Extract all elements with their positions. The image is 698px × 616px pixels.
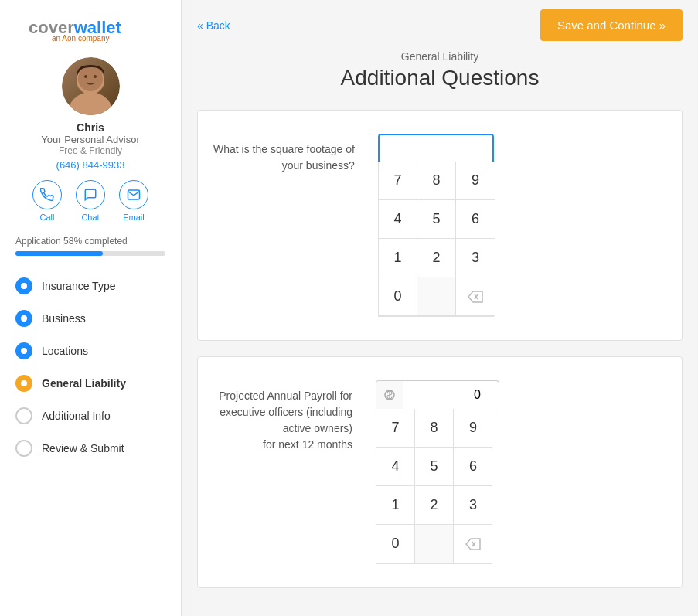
key-4-ap[interactable]: 4 — [376, 448, 415, 486]
key-5-sq[interactable]: 5 — [417, 200, 456, 239]
sidebar: coverwallet an Aon company Chris Your Pe… — [0, 0, 182, 616]
annual-payroll-label: Projected Annual Payroll forexecutive of… — [213, 380, 352, 453]
square-footage-label: What is the square footage ofyour busine… — [213, 134, 355, 174]
nav-locations[interactable]: Locations — [12, 335, 169, 367]
nav-dot-insurance-type — [15, 277, 32, 294]
nav-label-business: Business — [42, 312, 86, 325]
svg-point-6 — [94, 75, 97, 78]
advisor-phone[interactable]: (646) 844-9933 — [56, 159, 125, 171]
square-footage-keypad: 7 8 9 4 5 6 1 2 3 0 — [378, 134, 494, 317]
top-bar: « Back Save and Continue » — [182, 0, 698, 50]
contact-icons: Call Chat Email — [32, 180, 148, 222]
logo: coverwallet an Aon company — [29, 12, 152, 46]
nav-label-general-liability: General Liability — [42, 377, 126, 390]
key-2-ap[interactable]: 2 — [415, 486, 454, 525]
key-4-sq[interactable]: 4 — [379, 200, 417, 239]
key-3-sq[interactable]: 3 — [456, 239, 495, 277]
key-1-sq[interactable]: 1 — [379, 239, 417, 277]
avatar — [62, 57, 120, 115]
nav-business[interactable]: Business — [12, 302, 169, 335]
key-8-sq[interactable]: 8 — [417, 162, 456, 200]
key-backspace-sq[interactable] — [456, 277, 495, 316]
key-2-sq[interactable]: 2 — [417, 239, 456, 277]
main-content: « Back Save and Continue » General Liabi… — [182, 0, 698, 616]
nav-additional-info[interactable]: Additional Info — [12, 400, 169, 432]
save-button-top[interactable]: Save and Continue » — [540, 9, 683, 41]
dollar-sign-icon — [376, 381, 403, 409]
square-footage-block: What is the square footage ofyour busine… — [197, 110, 683, 341]
annual-payroll-block: Projected Annual Payroll forexecutive of… — [197, 356, 683, 588]
chat-icon — [76, 180, 105, 209]
nav-dot-additional-info — [15, 407, 32, 424]
annual-payroll-keypad: 7 8 9 4 5 6 1 2 3 0 — [376, 380, 499, 564]
nav-dot-locations — [15, 342, 32, 359]
nav-review-submit[interactable]: Review & Submit — [12, 432, 169, 465]
key-9-sq[interactable]: 9 — [456, 162, 495, 200]
nav-dot-business — [15, 310, 32, 327]
nav-label-review-submit: Review & Submit — [42, 442, 124, 454]
key-8-ap[interactable]: 8 — [415, 409, 454, 448]
email-icon — [119, 180, 148, 209]
key-3-ap[interactable]: 3 — [454, 486, 492, 525]
page-title: Additional Questions — [197, 66, 683, 90]
nav-insurance-type[interactable]: Insurance Type — [12, 270, 169, 302]
svg-point-4 — [78, 66, 103, 91]
phone-icon — [32, 180, 62, 209]
key-7-ap[interactable]: 7 — [376, 409, 415, 448]
call-label: Call — [40, 213, 55, 222]
chat-label: Chat — [81, 213, 99, 222]
nav-dot-review-submit — [15, 440, 32, 457]
key-0-ap[interactable]: 0 — [376, 525, 415, 563]
svg-point-2 — [67, 92, 114, 115]
key-0-sq[interactable]: 0 — [379, 277, 417, 316]
content-area: General Liability Additional Questions W… — [182, 50, 698, 616]
nav-label-locations: Locations — [42, 345, 88, 357]
progress-bar-fill — [15, 251, 103, 256]
nav-label-insurance-type: Insurance Type — [42, 280, 115, 292]
key-9-ap[interactable]: 9 — [454, 409, 492, 448]
progress-section: Application 58% completed — [8, 236, 173, 256]
progress-label: Application 58% completed — [15, 236, 165, 247]
key-5-ap[interactable]: 5 — [415, 448, 454, 486]
annual-payroll-input[interactable] — [403, 382, 489, 408]
advisor-free: Free & Friendly — [59, 145, 122, 156]
key-1-ap[interactable]: 1 — [376, 486, 415, 525]
back-link-top[interactable]: « Back — [197, 19, 230, 32]
nav-dot-general-liability — [15, 375, 32, 392]
advisor-title: Your Personal Advisor — [41, 134, 139, 145]
chat-contact[interactable]: Chat — [76, 180, 105, 222]
advisor-name: Chris — [77, 121, 104, 134]
square-footage-input[interactable] — [378, 134, 494, 162]
call-contact[interactable]: Call — [32, 180, 62, 222]
svg-point-5 — [84, 75, 87, 78]
key-7-sq[interactable]: 7 — [379, 162, 417, 200]
page-subtitle: General Liability — [197, 50, 683, 63]
nav-items: Insurance Type Business Locations Genera… — [8, 270, 173, 465]
page-header: General Liability Additional Questions — [197, 50, 683, 90]
nav-label-additional-info: Additional Info — [42, 410, 111, 422]
svg-text:an Aon company: an Aon company — [52, 34, 110, 43]
key-6-sq[interactable]: 6 — [456, 200, 495, 239]
progress-bar-bg — [15, 251, 165, 256]
nav-general-liability[interactable]: General Liability — [12, 367, 169, 400]
key-6-ap[interactable]: 6 — [454, 448, 492, 486]
email-contact[interactable]: Email — [119, 180, 148, 222]
key-empty-sq — [417, 277, 456, 316]
key-backspace-ap[interactable] — [454, 525, 492, 563]
email-label: Email — [123, 213, 145, 222]
key-empty-ap — [415, 525, 454, 563]
